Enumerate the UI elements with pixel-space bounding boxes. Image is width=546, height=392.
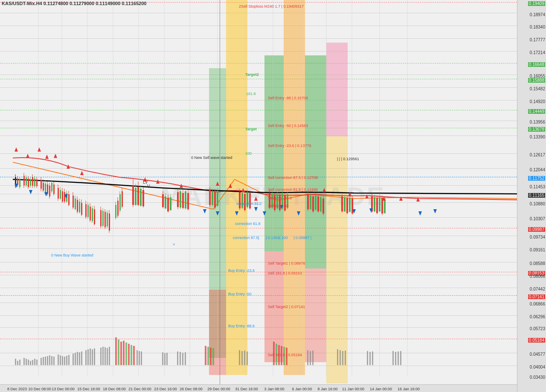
svg-rect-278 [118,340,119,365]
sell-entry-50: Sell Entry -50 | 0.14563 [268,124,308,128]
label-100: 100 [245,151,252,156]
sell-corr-875: Sell correction 87.5 | 0.12708 [268,176,318,180]
svg-rect-275 [107,348,108,365]
sell-2618: Sell 261.8 | 0.05184 [268,353,302,357]
svg-marker-206 [38,147,41,152]
svg-rect-320 [395,352,396,365]
svg-rect-301 [244,351,245,365]
price-13956: 0.13956 [530,120,545,124]
new-sell-wave: 0 New Sell wave started [191,156,232,160]
price-14449: 0.14449 [528,109,545,114]
price-09987: 0.09987 [528,227,545,232]
svg-line-16 [213,179,235,209]
svg-rect-287 [141,352,142,365]
svg-text:V: V [147,184,150,189]
sell-entry-88: Sell Entry -88 | 0.15709 [268,96,308,100]
sell-1618: Sell 161.8 | 0.08153 [268,271,302,275]
price-09161: 0.09161 [530,248,545,252]
svg-rect-291 [177,352,178,365]
sell-corr-23: Sell corr -23.6 [268,196,292,200]
svg-marker-234 [416,197,420,202]
svg-rect-294 [185,352,186,365]
svg-marker-220 [241,188,245,192]
chart-title: KAS/USDT-Mix.H4 0.11274800 0.11279000 0.… [2,1,146,6]
svg-rect-282 [128,344,130,365]
price-08066: 0.08066 [530,274,545,279]
price-07141: 0.07141 [528,294,545,299]
correction-val3: | 0.09987 | [293,236,311,240]
price-18974: 0.18974 [530,12,545,17]
svg-rect-240 [17,361,18,365]
price-17214: 0.17214 [530,50,545,55]
svg-marker-224 [235,211,238,216]
svg-rect-241 [19,360,20,365]
svg-rect-281 [125,343,127,365]
price-16648: 0.16648 [528,62,545,67]
time-dec8: 8 Dec 2023 [7,387,27,391]
svg-rect-264 [77,352,78,365]
price-18340: 0.18340 [530,25,545,29]
correction-8751: correction 87.5| [233,236,259,240]
time-jan11: 11 Jan 00:00 [342,387,364,391]
price-12617: 0.12617 [530,153,545,157]
label-1618: 161.8 [246,92,256,96]
price-06296: 0.06296 [530,314,545,319]
svg-rect-315 [345,351,346,365]
time-dec31: 31 Dec 16:00 [235,387,258,391]
correction-val2: | 100 [279,236,288,240]
svg-rect-317 [369,352,371,365]
svg-rect-283 [131,345,132,365]
price-13678: 0.13678 [528,127,545,132]
svg-marker-229 [322,188,326,192]
svg-rect-285 [136,350,138,365]
svg-rect-289 [164,353,166,365]
price-axis: 0.19409 0.18974 0.18340 0.17777 0.17214 … [517,0,546,392]
price-07442: 0.07442 [530,287,545,291]
price-15888: 0.15888 [528,78,545,83]
svg-rect-309 [307,350,308,365]
buy-entry-886: Buy Entry -88.6 [228,324,255,328]
svg-rect-286 [139,351,140,365]
chart-area: LV V V 2Sell Stoploss M240 1.7 | 0.19409… [0,0,517,384]
buy-entry-50: Buy Entry -50 [228,292,252,296]
svg-rect-263 [75,353,76,365]
svg-rect-239 [15,359,16,365]
svg-rect-293 [182,353,183,365]
price-11453: 0.11453 [530,184,545,189]
target1-label: Target [245,127,257,131]
time-dec21: 21 Dec 00:00 [128,387,151,391]
time-dec13: 13 Dec 00:00 [52,387,75,391]
svg-marker-207 [45,155,49,159]
correction-618: correction 61.8 [235,222,261,226]
svg-rect-297 [210,348,212,365]
svg-rect-321 [398,352,399,365]
svg-rect-252 [47,356,48,365]
svg-rect-319 [392,351,394,365]
svg-rect-249 [41,358,42,365]
price-13390: 0.13390 [530,135,545,139]
svg-rect-272 [100,348,102,365]
svg-rect-248 [36,360,38,365]
sell-target1: Sell Target1 | 0.08976 [268,261,305,265]
svg-rect-288 [162,352,163,365]
correction-val1: | 0.1304 [266,236,279,240]
time-dec29: 29 Dec 00:00 [207,387,230,391]
svg-marker-219 [229,184,232,188]
svg-marker-231 [365,194,369,199]
target2-label: Target2 [245,72,259,77]
svg-rect-260 [66,356,67,365]
svg-rect-242 [23,358,25,365]
price-04004: 0.04004 [530,365,545,369]
price-level: | | | 0.129561 [337,157,359,161]
price-10880: 0.10880 [530,202,545,206]
svg-rect-245 [30,361,31,365]
svg-rect-268 [87,349,89,365]
svg-rect-302 [247,352,248,365]
svg-rect-298 [212,348,214,365]
svg-rect-292 [180,352,181,365]
svg-rect-312 [337,349,338,365]
svg-rect-311 [312,351,314,365]
price-12044: 0.12044 [530,167,545,172]
new-buy-wave: 0 New Buy Wave started [51,253,93,257]
svg-rect-267 [85,350,87,365]
